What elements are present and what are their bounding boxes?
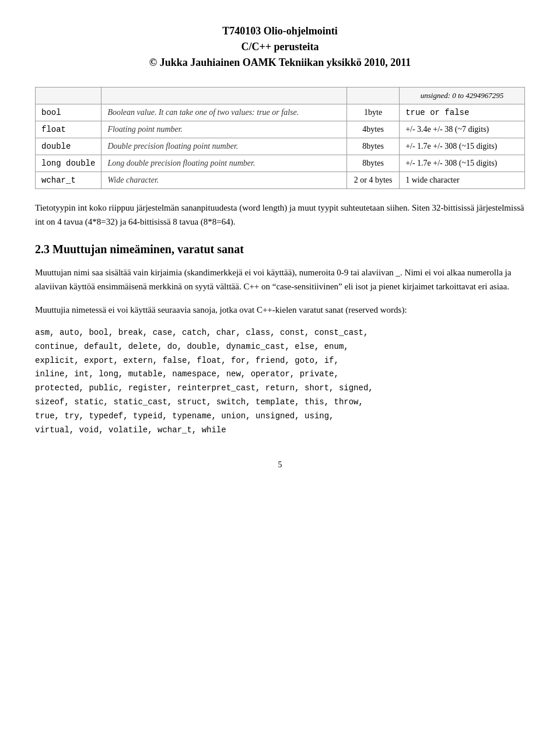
table-row: float Floating point number. 4bytes +/- …: [36, 121, 525, 138]
table-row: wchar_t Wide character. 2 or 4 bytes 1 w…: [36, 172, 525, 189]
desc-double: Double precision floating point number.: [102, 138, 347, 155]
desc-wchar-t: Wide character.: [102, 172, 347, 189]
paragraph-3: Muuttujia nimetessä ei voi käyttää seura…: [35, 303, 525, 317]
size-double: 8bytes: [347, 138, 400, 155]
header-line1: T740103 Olio-ohjelmointi: [222, 25, 338, 37]
table-row: double Double precision floating point n…: [36, 138, 525, 155]
paragraph-1: Tietotyypin int koko riippuu järjestelmä…: [35, 201, 525, 229]
page-number: 5: [35, 460, 525, 470]
range-float: +/- 3.4e +/- 38 (~7 digits): [400, 121, 525, 138]
table-row: bool Boolean value. It can take one of t…: [36, 104, 525, 121]
type-wchar-t: wchar_t: [36, 172, 102, 189]
data-types-table: unsigned: 0 to 4294967295 bool Boolean v…: [35, 87, 525, 189]
size-long-double: 8bytes: [347, 155, 400, 172]
size-bool: 1byte: [347, 104, 400, 121]
size-float: 4bytes: [347, 121, 400, 138]
range-wchar-t: 1 wide character: [400, 172, 525, 189]
type-double: double: [36, 138, 102, 155]
paragraph-2: Muuttujan nimi saa sisältää vain kirjaim…: [35, 265, 525, 293]
type-float: float: [36, 121, 102, 138]
reserved-words-block: asm, auto, bool, break, case, catch, cha…: [35, 326, 525, 437]
desc-float: Floating point number.: [102, 121, 347, 138]
size-wchar-t: 2 or 4 bytes: [347, 172, 400, 189]
desc-bool: Boolean value. It can take one of two va…: [102, 104, 347, 121]
table-row: long double Long double precision floati…: [36, 155, 525, 172]
range-bool: true or false: [400, 104, 525, 121]
table-header-col2: [102, 88, 347, 104]
table-header-col1: [36, 88, 102, 104]
header-line3: © Jukka Jauhiainen OAMK Tekniikan yksikk…: [149, 57, 411, 68]
table-header-col3: [347, 88, 400, 104]
table-header-col4: unsigned: 0 to 4294967295: [400, 88, 525, 104]
range-long-double: +/- 1.7e +/- 308 (~15 digits): [400, 155, 525, 172]
table-header-row: unsigned: 0 to 4294967295: [36, 88, 525, 104]
section-heading-2-3: 2.3 Muuttujan nimeäminen, varatut sanat: [35, 243, 525, 256]
type-bool: bool: [36, 104, 102, 121]
type-long-double: long double: [36, 155, 102, 172]
header-line2: C/C++ perusteita: [242, 41, 319, 53]
page-header: T740103 Olio-ohjelmointi C/C++ perusteit…: [35, 23, 525, 71]
range-double: +/- 1.7e +/- 308 (~15 digits): [400, 138, 525, 155]
desc-long-double: Long double precision floating point num…: [102, 155, 347, 172]
